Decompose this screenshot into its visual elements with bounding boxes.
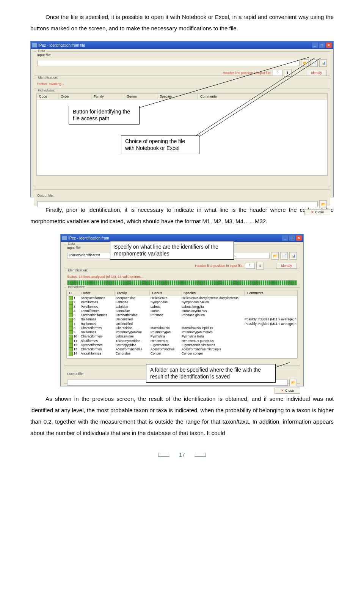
table-row[interactable]: 9RajiformesPotamotrygonidaePotamotrygonP… xyxy=(67,330,297,334)
callout-notebook-excel: Choice of opening the file with Notebook… xyxy=(121,136,199,154)
header-pos-label: Header line position in input file: xyxy=(223,71,271,75)
table-row[interactable]: 2PerciformesLabridaeSymphodusSymphodus b… xyxy=(67,300,297,304)
maximize-icon[interactable]: □ xyxy=(319,43,325,48)
table-row[interactable]: 3PerciformesLabridaeLabrusLabrus bergylt… xyxy=(67,305,297,309)
callout-header-line: Specify on what line are the identifiers… xyxy=(110,241,234,260)
table-row[interactable]: 6RajiformesUnidentifiedPossibly: Rajidae… xyxy=(67,317,297,322)
identification-section-label: Identification: xyxy=(66,268,89,272)
open-notebook-icon[interactable]: 📄 xyxy=(280,252,288,260)
individuals-section-label: Individuals: xyxy=(36,88,56,92)
status-text: Status: 14 lines analysed (of 14), 14 va… xyxy=(67,275,144,279)
output-file-field[interactable] xyxy=(37,201,318,207)
close-button[interactable]: ✕Close xyxy=(275,388,300,394)
header-pos-field[interactable]: 3 xyxy=(273,70,282,76)
callout-output-folder: A folder can be specified where the file… xyxy=(146,364,276,383)
minimize-icon[interactable]: _ xyxy=(312,43,318,48)
output-file-label: Output file: xyxy=(37,194,54,197)
data-section-label: Data xyxy=(66,242,77,246)
table-header: C... Order Family Genus Species Comments xyxy=(66,290,298,296)
table-row[interactable]: 11SiluriformesTrichomycteridaeHenonemusH… xyxy=(67,339,297,343)
table-row[interactable]: 1ScorpaeniformesScorpaenidaeHelicolenusH… xyxy=(67,296,297,300)
close-button[interactable]: ✕Close xyxy=(304,209,330,215)
app-icon xyxy=(32,43,37,47)
screenshot-1: IPez - Identification from file _ □ ✕ Da… xyxy=(30,41,334,197)
info-icon[interactable]: ℹ xyxy=(284,69,292,77)
callout-file-path: Button for identifying the file access p… xyxy=(69,106,140,125)
close-icon[interactable]: ✕ xyxy=(326,43,332,48)
app-icon xyxy=(62,236,67,240)
window-title-bar: IPez - Identification from _ □ ✕ xyxy=(61,234,303,242)
header-pos-label: Header line position in input file: xyxy=(195,264,243,268)
info-icon[interactable]: ℹ xyxy=(256,262,264,270)
individuals-section-label: Individuals: xyxy=(66,285,86,289)
table-row[interactable]: 7RajiformesUnidentifiedPossibly: Rajidae… xyxy=(67,322,297,326)
page-number: 17 xyxy=(169,450,195,459)
minimize-icon[interactable]: _ xyxy=(282,235,288,241)
open-notebook-icon[interactable]: 📄 xyxy=(310,59,318,67)
table-row[interactable]: 8CharaciformesCharacidaeMoenkhausiaMoenk… xyxy=(67,326,297,330)
output-file-label: Output file: xyxy=(67,372,84,376)
results-table: 1ScorpaeniformesScorpaenidaeHelicolenusH… xyxy=(66,296,298,359)
input-file-label: Input file: xyxy=(37,53,327,57)
table-row[interactable]: 10CharaciformesLebiasinidaePyrrhulinaPyr… xyxy=(67,334,297,339)
status-text: Status: awaiting... xyxy=(37,82,64,86)
browse-file-icon[interactable]: 📂 xyxy=(301,59,309,67)
table-row[interactable]: 14AnguilliformesCongridaeCongerConger co… xyxy=(67,351,297,356)
header-pos-field[interactable]: 1 xyxy=(245,263,255,269)
window-title: IPez - Identification from file xyxy=(38,43,85,47)
window-title-bar: IPez - Identification from file _ □ ✕ xyxy=(31,41,333,49)
window-title: IPez - Identification from xyxy=(68,236,109,240)
intro-paragraph: Once the file is specified, it is possib… xyxy=(30,11,334,34)
identify-button[interactable]: Identify xyxy=(276,263,297,269)
table-header: Code Order Family Genus Species Comments xyxy=(36,93,328,99)
table-row[interactable]: 13CharaciformesAcestrorhynchidaeAcestror… xyxy=(67,347,297,351)
table-row[interactable]: 12GymnotiformesSternopygidaeEigenmanniaE… xyxy=(67,343,297,347)
table-row[interactable]: 4LamniformesLamnidaeIsurusIsurus oxyrinc… xyxy=(67,309,297,313)
screenshot-2: IPez - Identification from _ □ ✕ Data In… xyxy=(60,234,304,386)
identification-section-label: Identification: xyxy=(36,76,60,79)
maximize-icon[interactable]: □ xyxy=(289,235,295,241)
open-excel-icon[interactable]: 📊 xyxy=(319,59,327,67)
browse-output-icon[interactable]: 📂 xyxy=(289,379,297,386)
browse-file-icon[interactable]: 📂 xyxy=(271,252,279,260)
progress-bar xyxy=(67,280,297,285)
identify-button[interactable]: Identify xyxy=(306,70,327,76)
table-row[interactable]: 5CarcharhiniformesCarcharhinidaePrionace… xyxy=(67,313,297,317)
data-section-label: Data xyxy=(36,49,47,53)
close-icon[interactable]: ✕ xyxy=(296,235,302,241)
open-excel-icon[interactable]: 📊 xyxy=(289,252,297,260)
input-file-field[interactable] xyxy=(37,60,300,66)
browse-output-icon[interactable]: 📂 xyxy=(319,200,327,208)
closing-paragraph: As shown in the previous screen, the res… xyxy=(30,393,334,439)
